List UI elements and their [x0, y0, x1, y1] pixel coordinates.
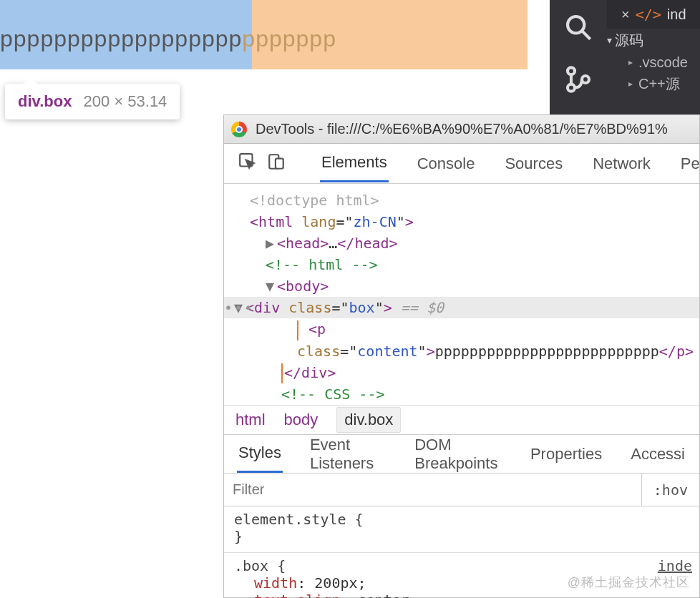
hov-toggle[interactable]: :hov	[642, 481, 699, 499]
rule-selector: element.style {	[234, 511, 689, 528]
device-toolbar-icon[interactable]	[267, 152, 286, 175]
editor-tree-label: C++源	[638, 74, 680, 94]
tab-performance[interactable]: Perfo	[679, 146, 700, 182]
css-prop-name[interactable]: width	[254, 574, 297, 592]
dom-body-open[interactable]: ▼<body>	[234, 275, 689, 297]
close-icon[interactable]: ×	[621, 6, 630, 23]
dom-head[interactable]: ▶<head>…</head>	[234, 232, 689, 254]
dom-doctype[interactable]: <!doctype html>	[234, 190, 689, 211]
subtab-accessibility[interactable]: Accessi	[629, 436, 686, 472]
editor-section-label: 源码	[615, 31, 643, 50]
source-control-icon[interactable]	[564, 65, 593, 97]
html-file-icon: </>	[636, 6, 661, 23]
editor-sidebar: × </> ind ▾ 源码 ▸.vscode ▸C++源	[550, 0, 700, 114]
tab-sources[interactable]: Sources	[503, 146, 564, 182]
element-inspector-tooltip: div.box 200 × 53.14	[5, 84, 180, 119]
styles-filter-input[interactable]	[224, 474, 642, 506]
tab-elements[interactable]: Elements	[320, 144, 389, 182]
svg-rect-7	[276, 158, 283, 168]
editor-tree-label: .vscode	[638, 54, 688, 71]
devtools-title: DevTools - file:///C:/%E6%BA%90%E7%A0%81…	[256, 121, 668, 137]
devtools-titlebar[interactable]: DevTools - file:///C:/%E6%BA%90%E7%A0%81…	[224, 115, 699, 144]
tab-console[interactable]: Console	[416, 146, 477, 182]
css-prop-value[interactable]: center	[358, 592, 409, 598]
chrome-icon	[231, 122, 247, 137]
chevron-down-icon: ▾	[607, 34, 612, 46]
inspect-element-icon[interactable]	[238, 152, 257, 175]
tab-network[interactable]: Network	[591, 146, 652, 182]
svg-point-0	[568, 16, 584, 33]
subtab-styles[interactable]: Styles	[237, 435, 283, 473]
tooltip-tag: div	[18, 92, 39, 110]
paragraph-in-box: pppppppppppppppppp	[0, 26, 242, 52]
breadcrumb-item[interactable]: html	[235, 411, 266, 429]
styles-pane[interactable]: element.style { } inde .box { width: 200…	[224, 506, 699, 598]
rule-selector: .box {	[234, 557, 689, 574]
dom-selected-div[interactable]: •••▼<div class="box"> == $0	[224, 297, 699, 318]
styles-filter-row: :hov	[224, 474, 699, 506]
svg-point-2	[568, 67, 575, 74]
style-rule-box[interactable]: inde .box { width: 200px; text-align: ce…	[224, 553, 699, 598]
rule-source-link[interactable]: inde	[658, 557, 692, 574]
paragraph-text: ppppppppppppppppppppppppp	[0, 26, 336, 52]
style-rule-element[interactable]: element.style { }	[224, 506, 699, 553]
devtools-tabbar: Elements Console Sources Network Perfo	[224, 144, 699, 184]
paragraph-overflow: ppppppp	[242, 26, 336, 52]
devtools-window: DevTools - file:///C:/%E6%BA%90%E7%A0%81…	[223, 114, 700, 598]
editor-activity-bar	[550, 0, 607, 114]
dom-comment[interactable]: <!-- CSS -->	[234, 383, 689, 405]
dom-p-content[interactable]: <p class="content">ppppppppppppppppppppp…	[234, 318, 689, 362]
elements-dom-tree[interactable]: <!doctype html> <html lang="zh-CN"> ▶<he…	[224, 184, 699, 405]
search-icon[interactable]	[564, 13, 593, 45]
tooltip-class: .box	[39, 92, 72, 110]
tooltip-dimensions: 200 × 53.14	[84, 92, 167, 110]
dom-div-close[interactable]: </div>	[234, 362, 689, 384]
subtab-properties[interactable]: Properties	[529, 436, 603, 472]
dom-html-open[interactable]: <html lang="zh-CN">	[234, 211, 689, 232]
css-prop-value[interactable]: 200px	[314, 574, 357, 592]
chevron-right-icon: ▸	[628, 79, 633, 89]
styles-tabbar: Styles Event Listeners DOM Breakpoints P…	[224, 435, 699, 474]
dom-comment[interactable]: <!-- html -->	[234, 254, 689, 275]
css-prop-name[interactable]: text-align	[254, 592, 340, 598]
rendered-page: ppppppppppppppppppppppppp	[0, 0, 550, 69]
svg-point-3	[568, 84, 575, 92]
chevron-right-icon: ▸	[628, 57, 633, 67]
rule-close: }	[234, 528, 689, 545]
editor-tab-label[interactable]: ind	[667, 6, 686, 23]
svg-line-1	[582, 31, 590, 39]
